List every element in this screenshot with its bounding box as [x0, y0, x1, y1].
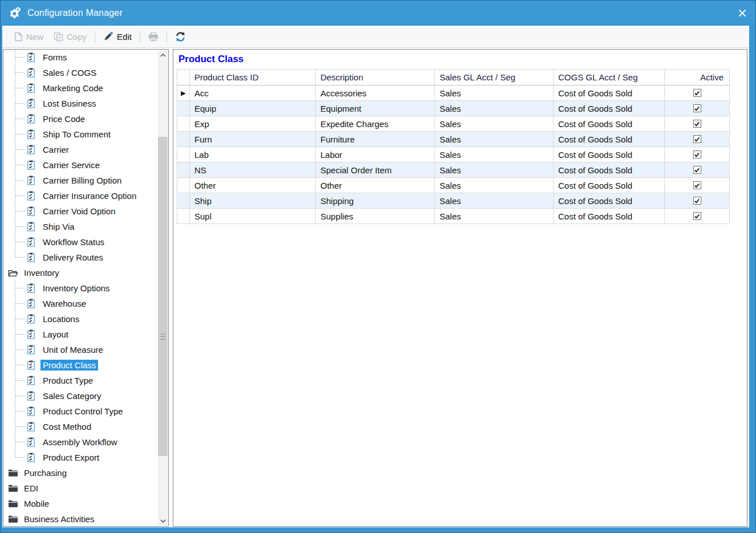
checklist-icon: [27, 129, 35, 139]
table-row[interactable]: Supl Supplies Sales Cost of Goods Sold: [177, 209, 730, 224]
sidebar-item-layout[interactable]: Layout: [3, 327, 157, 342]
sidebar-item-assembly-workflow[interactable]: Assembly Workflow: [3, 434, 157, 450]
sidebar-item-workflow-status[interactable]: Workflow Status: [3, 234, 157, 250]
sidebar-item-price-code[interactable]: Price Code: [3, 111, 157, 127]
table-row[interactable]: ▶ Acc Accessories Sales Cost of Goods So…: [177, 86, 730, 101]
table-row[interactable]: Lab Labor Sales Cost of Goods Sold: [177, 147, 730, 162]
scroll-up-button[interactable]: [158, 50, 168, 60]
sidebar-item-product-export[interactable]: Product Export: [3, 450, 157, 465]
sidebar-item-carrier-insurance-option[interactable]: Carrier Insurance Option: [3, 188, 157, 204]
checklist-icon: [27, 99, 35, 108]
sidebar-item-carrier[interactable]: Carrier: [3, 142, 157, 157]
gears-icon: [8, 6, 22, 20]
sidebar-item-product-type[interactable]: Product Type: [3, 373, 157, 388]
edit-button[interactable]: Edit: [98, 29, 137, 44]
table-row[interactable]: Other Other Sales Cost of Goods Sold: [177, 178, 730, 193]
checklist-icon: [27, 114, 37, 124]
chevron-down-icon: [160, 519, 166, 523]
sidebar-item-purchasing[interactable]: Purchasing: [3, 465, 157, 481]
table-row[interactable]: Furn Furniture Sales Cost of Goods Sold: [177, 132, 730, 147]
cell-active: [665, 178, 730, 193]
cell-product-class-id: NS: [190, 162, 316, 178]
sidebar-item-sales-category[interactable]: Sales Category: [3, 388, 157, 404]
check-icon: [694, 152, 700, 158]
table-row[interactable]: Exp Expedite Charges Sales Cost of Goods…: [177, 116, 730, 132]
sidebar-item-ship-via[interactable]: Ship Via: [3, 219, 157, 234]
checklist-icon: [27, 253, 37, 262]
sidebar-item-unit-of-measure[interactable]: Unit of Measure: [3, 342, 157, 357]
active-checkbox[interactable]: [693, 135, 701, 143]
cell-active: [665, 132, 730, 147]
table-row[interactable]: NS Special Order Item Sales Cost of Good…: [177, 162, 730, 178]
row-selector-cell: [177, 162, 190, 178]
cell-sales-gl: Sales: [435, 132, 554, 147]
scrollbar-thumb[interactable]: [158, 137, 168, 456]
cell-cogs-gl: Cost of Goods Sold: [554, 132, 665, 147]
active-checkbox[interactable]: [693, 120, 701, 128]
sidebar-item-mobile[interactable]: Mobile: [3, 496, 157, 511]
sidebar-item-product-class[interactable]: Product Class: [3, 357, 157, 373]
sidebar-item-inventory[interactable]: Inventory: [3, 265, 157, 280]
cell-cogs-gl: Cost of Goods Sold: [554, 116, 665, 132]
row-selector-cell: [177, 101, 190, 116]
check-icon: [694, 182, 700, 189]
sidebar-item-delivery-routes[interactable]: Delivery Routes: [3, 250, 157, 265]
closed-folder-icon: [8, 469, 18, 477]
cell-sales-gl: Sales: [435, 162, 554, 178]
cell-sales-gl: Sales: [435, 147, 554, 162]
tree-connector: [15, 149, 25, 150]
sidebar-item-locations[interactable]: Locations: [3, 311, 157, 327]
sidebar-item-edi[interactable]: EDI: [3, 481, 157, 496]
sidebar-item-carrier-void-option[interactable]: Carrier Void Option: [3, 204, 157, 219]
table-row[interactable]: Ship Shipping Sales Cost of Goods Sold: [177, 193, 730, 209]
sidebar-item-lost-business[interactable]: Lost Business: [3, 96, 157, 111]
column-header-description: Description: [316, 70, 435, 86]
checklist-icon: [27, 345, 37, 355]
tree-connector: [15, 57, 25, 58]
checklist-icon: [27, 176, 37, 185]
checklist-icon: [27, 99, 37, 108]
active-checkbox[interactable]: [693, 150, 701, 158]
checklist-icon: [27, 160, 35, 170]
grid-header-row: Product Class ID Description Sales GL Ac…: [177, 70, 730, 86]
refresh-icon: [175, 31, 186, 42]
checklist-icon: [27, 376, 35, 385]
sidebar-item-business-activities[interactable]: Business Activities: [3, 511, 157, 526]
sidebar-item-warehouse[interactable]: Warehouse: [3, 296, 157, 311]
checklist-icon: [27, 253, 35, 262]
edit-pencil-icon: [103, 31, 113, 42]
checklist-icon: [27, 206, 37, 216]
checklist-icon: [27, 422, 37, 432]
sidebar-item-sales-cogs[interactable]: Sales / COGS: [3, 65, 157, 80]
active-checkbox[interactable]: [693, 197, 701, 205]
checklist-icon: [27, 222, 37, 231]
close-button[interactable]: [729, 1, 755, 26]
sidebar-item-ship-to-comment[interactable]: Ship To Comment: [3, 127, 157, 142]
checklist-icon: [27, 299, 35, 308]
tree-connector: [15, 365, 25, 365]
cell-cogs-gl: Cost of Goods Sold: [554, 162, 665, 178]
sidebar-scrollbar[interactable]: [158, 50, 168, 526]
active-checkbox[interactable]: [693, 181, 701, 189]
active-checkbox[interactable]: [693, 104, 701, 112]
sidebar-item-carrier-service[interactable]: Carrier Service: [3, 157, 157, 173]
active-checkbox[interactable]: [693, 166, 701, 174]
tree-connector: [15, 180, 25, 181]
cell-description: Special Order Item: [316, 162, 435, 178]
active-checkbox[interactable]: [693, 212, 701, 220]
sidebar-item-cost-method[interactable]: Cost Method: [3, 419, 157, 434]
sidebar-item-inventory-options[interactable]: Inventory Options: [3, 280, 157, 296]
tree-connector: [15, 442, 25, 442]
sidebar-item-carrier-billing-option[interactable]: Carrier Billing Option: [3, 173, 157, 188]
sidebar-item-marketing-code[interactable]: Marketing Code: [3, 80, 157, 96]
cell-cogs-gl: Cost of Goods Sold: [554, 178, 665, 193]
refresh-button[interactable]: [170, 29, 191, 44]
checklist-icon: [27, 406, 37, 416]
table-row[interactable]: Equip Equipment Sales Cost of Goods Sold: [177, 101, 730, 116]
tree-connector: [15, 134, 25, 135]
sidebar-item-forms[interactable]: Forms: [3, 50, 157, 65]
sidebar-item-product-control-type[interactable]: Product Control Type: [3, 404, 157, 419]
scroll-down-button[interactable]: [158, 516, 168, 526]
main-panel: Product Class Product Class ID Descripti…: [173, 49, 747, 527]
active-checkbox[interactable]: [693, 89, 701, 97]
